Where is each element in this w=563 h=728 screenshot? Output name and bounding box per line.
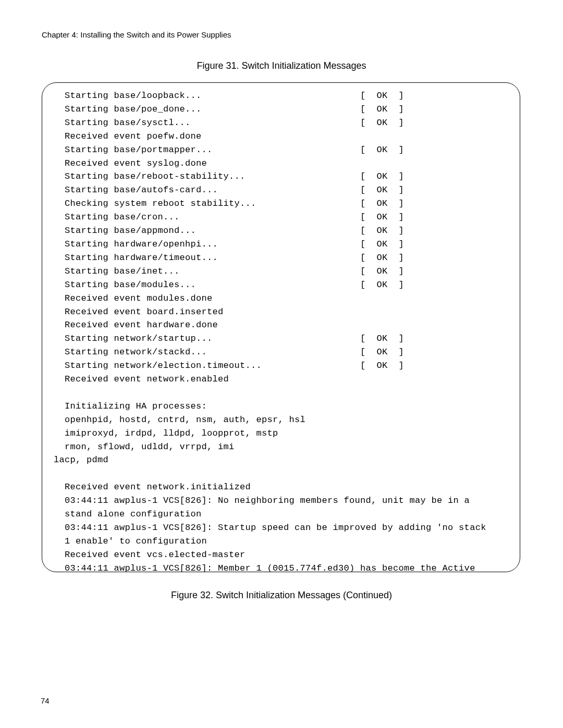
- chapter-header: Chapter 4: Installing the Switch and its…: [42, 30, 231, 39]
- document-page: Chapter 4: Installing the Switch and its…: [0, 0, 563, 728]
- console-output-box: Starting base/loopback... [ OK ] Startin…: [42, 82, 520, 572]
- figure-caption-top: Figure 31. Switch Initialization Message…: [0, 60, 563, 71]
- figure-caption-bottom: Figure 32. Switch Initialization Message…: [0, 590, 563, 601]
- page-number: 74: [41, 696, 50, 705]
